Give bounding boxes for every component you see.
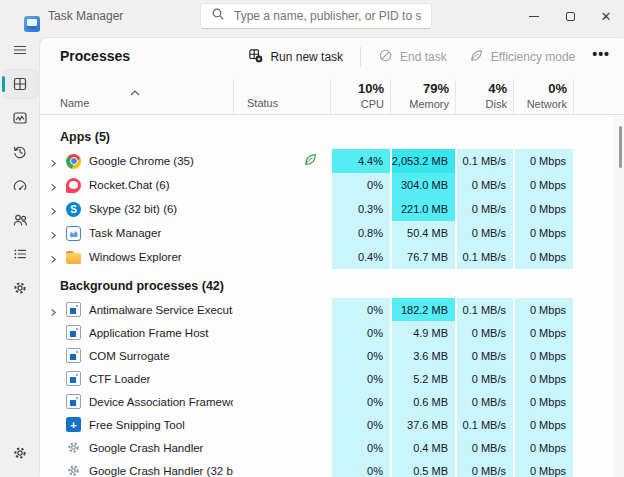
process-name-cell: Application Frame Host: [40, 321, 233, 344]
sidebar-item-details[interactable]: [3, 240, 37, 268]
window-title: Task Manager: [48, 9, 123, 23]
process-row[interactable]: Free Snipping Tool0%37.6 MB0.1 MB/s0 Mbp…: [40, 413, 573, 436]
memory-value-cell: 50.4 MB: [390, 221, 455, 245]
disk-value-cell: 0.1 MB/s: [455, 298, 513, 321]
sidebar-item-app-history[interactable]: [3, 138, 37, 166]
process-row[interactable]: Google Crash Handler (32 bit)0%0.5 MB0 M…: [40, 459, 573, 477]
status-cell: [233, 221, 330, 245]
disk-value-cell: 0.1 MB/s: [455, 149, 513, 173]
cpu-value-cell: 0%: [330, 367, 390, 390]
end-task-label: End task: [400, 50, 447, 64]
process-row[interactable]: Device Association Framewor...0%0.6 MB0 …: [40, 390, 573, 413]
status-cell: [233, 245, 330, 269]
performance-icon: [12, 110, 28, 126]
minimize-button[interactable]: [516, 0, 552, 32]
cpu-label: CPU: [361, 97, 384, 111]
process-row[interactable]: Rocket.Chat (6)0%304.0 MB0 MB/s0 Mbps: [40, 173, 573, 197]
expand-chevron-icon[interactable]: [48, 155, 62, 167]
maximize-button[interactable]: [552, 0, 588, 32]
process-icon-winapp: [66, 302, 81, 317]
column-divider[interactable]: [513, 79, 514, 114]
sidebar-item-settings[interactable]: [3, 439, 37, 467]
app-history-icon: [12, 144, 28, 160]
column-divider[interactable]: [390, 79, 391, 114]
search-input[interactable]: Type a name, publisher, or PID to s...: [200, 3, 432, 29]
process-row[interactable]: CTF Loader0%5.2 MB0 MB/s0 Mbps: [40, 367, 573, 390]
vertical-scrollbar[interactable]: [614, 116, 624, 477]
sidebar-item-performance[interactable]: [3, 104, 37, 132]
sidebar-item-users[interactable]: [3, 206, 37, 234]
efficiency-leaf-icon: [303, 152, 318, 171]
disk-value-cell: 0.1 MB/s: [455, 245, 513, 269]
close-button[interactable]: ✕: [588, 0, 624, 32]
process-row[interactable]: Google Chrome (35)4.4%2,053.2 MB0.1 MB/s…: [40, 149, 573, 173]
process-row[interactable]: Application Frame Host0%4.9 MB0 MB/s0 Mb…: [40, 321, 573, 344]
network-value-cell: 0 Mbps: [513, 149, 573, 173]
process-name: Windows Explorer: [89, 251, 182, 263]
process-icon-crashhandler: [66, 440, 81, 455]
process-name-cell: Windows Explorer: [40, 245, 233, 269]
process-row[interactable]: Google Crash Handler0%0.4 MB0 MB/s0 Mbps: [40, 436, 573, 459]
search-icon: [211, 7, 225, 25]
network-value-cell: 0 Mbps: [513, 173, 573, 197]
column-header-memory[interactable]: 79% Memory: [390, 75, 455, 115]
settings-gear-icon: [12, 445, 28, 461]
efficiency-mode-button[interactable]: Efficiency mode: [460, 43, 585, 71]
sidebar-item-startup-apps[interactable]: [3, 172, 37, 200]
end-task-icon: [378, 48, 393, 66]
status-cell: [233, 413, 330, 436]
disk-value-cell: 0 MB/s: [455, 344, 513, 367]
column-header-status[interactable]: Status: [247, 97, 278, 109]
cpu-value-cell: 0%: [330, 344, 390, 367]
process-name-cell: Google Crash Handler (32 bit): [40, 459, 233, 477]
column-divider[interactable]: [233, 79, 234, 114]
cpu-total-percent: 10%: [358, 81, 384, 97]
process-icon-snip: [66, 417, 81, 432]
end-task-button[interactable]: End task: [369, 43, 456, 71]
column-divider[interactable]: [573, 79, 574, 114]
process-row[interactable]: COM Surrogate0%3.6 MB0 MB/s0 Mbps: [40, 344, 573, 367]
sort-ascending-icon: [129, 84, 141, 102]
status-cell: [233, 197, 330, 221]
sidebar-item-processes[interactable]: [3, 70, 37, 98]
cpu-value-cell: 0%: [330, 173, 390, 197]
column-divider[interactable]: [455, 79, 456, 114]
cpu-value-cell: 0.3%: [330, 197, 390, 221]
process-icon-crashhandler: [66, 463, 81, 477]
column-header-name[interactable]: Name: [60, 97, 89, 109]
users-icon: [12, 212, 28, 228]
process-name: CTF Loader: [89, 373, 150, 385]
process-row[interactable]: Task Manager0.8%50.4 MB0 MB/s0 Mbps: [40, 221, 573, 245]
expand-chevron-icon[interactable]: [48, 179, 62, 191]
expand-chevron-icon[interactable]: [48, 251, 62, 263]
sidebar-item-services[interactable]: [3, 274, 37, 302]
process-icon-skype: [66, 202, 81, 217]
memory-value-cell: 2,053.2 MB: [390, 149, 455, 173]
process-row[interactable]: Antimalware Service Executable0%182.2 MB…: [40, 298, 573, 321]
expand-chevron-icon[interactable]: [48, 304, 62, 316]
more-options-button[interactable]: •••: [588, 46, 618, 68]
column-header-disk[interactable]: 4% Disk: [455, 75, 513, 115]
column-divider[interactable]: [330, 79, 331, 114]
network-value-cell: 0 Mbps: [513, 413, 573, 436]
expand-chevron-icon[interactable]: [48, 227, 62, 239]
column-header-network[interactable]: 0% Network: [513, 75, 573, 115]
cpu-value-cell: 0.4%: [330, 245, 390, 269]
task-manager-app-icon: [24, 16, 40, 32]
scrollbar-thumb[interactable]: [619, 126, 622, 168]
process-name: Rocket.Chat (6): [89, 179, 170, 191]
process-icon-winapp: [66, 348, 81, 363]
column-header-cpu[interactable]: 10% CPU: [330, 75, 390, 115]
sidebar-item-menu[interactable]: [3, 36, 37, 64]
cpu-value-cell: 0%: [330, 298, 390, 321]
process-row[interactable]: Windows Explorer0.4%76.7 MB0.1 MB/s0 Mbp…: [40, 245, 573, 269]
hamburger-menu-icon: [12, 42, 28, 58]
run-new-task-button[interactable]: Run new task: [239, 43, 352, 71]
process-row[interactable]: Skype (32 bit) (6)0.3%221.0 MB0 MB/s0 Mb…: [40, 197, 573, 221]
expand-chevron-icon[interactable]: [48, 203, 62, 215]
search-placeholder: Type a name, publisher, or PID to s...: [234, 9, 421, 23]
network-total-percent: 0%: [548, 81, 567, 97]
column-header-row: Name Status 10% CPU 79% Memory 4% Disk 0…: [40, 75, 624, 115]
memory-value-cell: 221.0 MB: [390, 197, 455, 221]
memory-value-cell: 0.4 MB: [390, 436, 455, 459]
